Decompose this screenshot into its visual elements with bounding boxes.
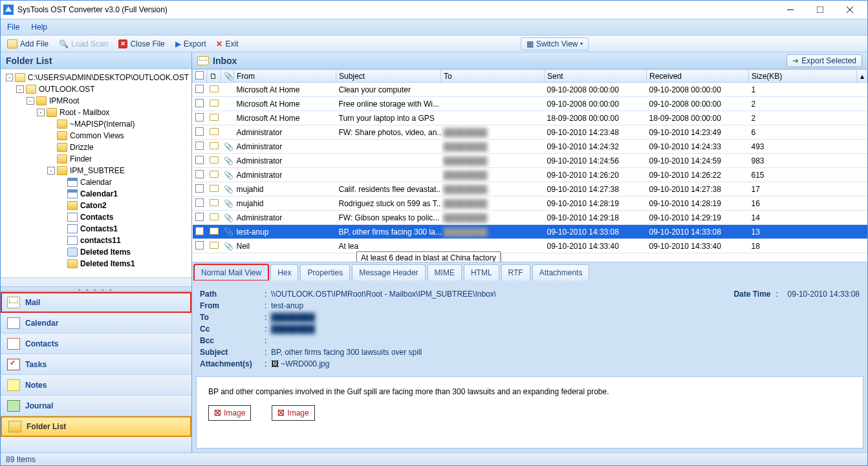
tab-rtf[interactable]: RTF xyxy=(501,264,530,281)
envelope-icon xyxy=(210,85,219,92)
col-sent[interactable]: Sent xyxy=(545,70,647,83)
load-scan-button[interactable]: 🔍Load Scan xyxy=(56,38,111,50)
nav-calendar[interactable]: Calendar xyxy=(1,313,191,334)
tree-node[interactable]: Calendar1 xyxy=(1,188,191,200)
row-checkbox[interactable] xyxy=(195,241,204,249)
cell-sent: 09-10-2010 14:26:20 xyxy=(545,168,647,182)
row-checkbox[interactable] xyxy=(195,227,204,235)
tree-label: Finder xyxy=(70,154,92,164)
expand-icon[interactable]: - xyxy=(47,167,55,175)
menu-help[interactable]: Help xyxy=(31,23,47,32)
scroll-up-icon[interactable]: ▴ xyxy=(857,70,867,83)
mail-row[interactable]: Microsoft At HomeFree online storage wit… xyxy=(193,97,867,111)
exit-button[interactable]: ✕Exit xyxy=(213,38,241,50)
tree-node[interactable]: Drizzle xyxy=(1,142,191,153)
col-size[interactable]: Size(KB) xyxy=(749,70,857,83)
mail-row[interactable]: 📎Administrator████████09-10-2010 14:26:2… xyxy=(193,168,867,182)
mail-row[interactable]: 📎mujahidRodriguez stuck on 599 as T...██… xyxy=(193,196,867,211)
minimize-button[interactable] xyxy=(776,1,805,19)
tab-normal-mail-view[interactable]: Normal Mail View xyxy=(194,264,268,281)
col-received[interactable]: Received xyxy=(647,70,749,83)
col-icon[interactable]: 🗋 xyxy=(207,70,221,83)
add-file-button[interactable]: Add File xyxy=(5,38,51,50)
export-selected-button[interactable]: ➜Export Selected xyxy=(787,54,862,67)
tree-node[interactable]: Calendar xyxy=(1,176,191,188)
switch-view-button[interactable]: ▦Switch View▾ xyxy=(521,37,589,50)
mail-row[interactable]: 📎Administrator████████09-10-2010 14:24:5… xyxy=(193,154,867,168)
nav-contacts[interactable]: Contacts xyxy=(1,334,191,354)
tab-mime[interactable]: MIME xyxy=(428,264,462,281)
expand-icon[interactable]: - xyxy=(27,97,34,105)
cell-size: 13 xyxy=(749,225,857,239)
tree-node[interactable]: Deleted Items1 xyxy=(1,258,191,270)
tab-attachments[interactable]: Attachments xyxy=(532,264,590,281)
tab-message-header[interactable]: Message Header xyxy=(352,264,425,281)
tree-node[interactable]: Contacts xyxy=(1,211,191,223)
tree-node[interactable]: -IPMRoot xyxy=(1,95,191,107)
tree-node[interactable]: Deleted Items xyxy=(1,246,191,258)
tree-node[interactable]: -Root - Mailbox xyxy=(1,107,191,118)
nav-journal[interactable]: Journal xyxy=(1,396,191,416)
select-all-checkbox[interactable] xyxy=(195,71,204,79)
row-checkbox[interactable] xyxy=(195,127,204,136)
tree-node[interactable]: Finder xyxy=(1,153,191,165)
mail-grid[interactable]: 🗋 📎 From Subject To Sent Received Size(K… xyxy=(192,69,867,262)
cell-size: 2 xyxy=(749,111,857,125)
folder-tree[interactable]: -C:\USERS\ADMIN\DESKTOP\OUTLOOK.OST-OUTL… xyxy=(1,69,191,277)
row-checkbox[interactable] xyxy=(195,142,204,150)
cell-subject: Turn your laptop into a GPS xyxy=(336,111,441,125)
tree-label: Caton2 xyxy=(80,201,107,210)
mail-row[interactable]: 📎test-anupBP, other firms facing 300 la.… xyxy=(193,225,867,239)
tree-node[interactable]: Contacts1 xyxy=(1,223,191,235)
mail-row[interactable]: 📎mujahidCalif. residents flee devastat..… xyxy=(193,182,867,196)
row-checkbox[interactable] xyxy=(195,156,204,164)
expand-icon[interactable]: - xyxy=(6,74,14,81)
mail-row[interactable]: 📎AdministratorFW: Gibson speaks to polic… xyxy=(193,211,867,225)
mail-row[interactable]: 📎Administrator████████09-10-2010 14:24:3… xyxy=(193,140,867,154)
cell-sent: 09-10-2010 14:23:48 xyxy=(545,125,647,140)
menu-file[interactable]: File xyxy=(7,23,19,32)
tree-node[interactable]: -IPM_SUBTREE xyxy=(1,165,191,176)
col-to[interactable]: To xyxy=(441,70,545,83)
close-button[interactable] xyxy=(835,1,865,19)
nav-mail[interactable]: Mail xyxy=(1,292,191,313)
tab-hex[interactable]: Hex xyxy=(270,264,298,281)
row-checkbox[interactable] xyxy=(195,213,204,221)
tab-properties[interactable]: Properties xyxy=(300,264,350,281)
row-checkbox[interactable] xyxy=(195,99,204,107)
row-checkbox[interactable] xyxy=(195,85,204,93)
mail-row[interactable]: 📎NeilAt lea09-10-2010 14:33:4009-10-2010… xyxy=(193,239,867,253)
expand-icon[interactable]: - xyxy=(16,85,24,93)
cell-received: 09-10-2010 14:27:38 xyxy=(647,182,749,196)
nav-folder-list[interactable]: Folder List xyxy=(1,416,191,437)
tab-html[interactable]: HTML xyxy=(464,264,499,281)
row-checkbox[interactable] xyxy=(195,170,204,178)
tree-node[interactable]: Caton2 xyxy=(1,200,191,211)
mail-row[interactable]: AdministratorFW: Share photos, video, an… xyxy=(193,125,867,140)
tree-scrollbar[interactable] xyxy=(1,277,191,286)
cell-size: 14 xyxy=(749,211,857,225)
mail-row[interactable]: Microsoft At HomeTurn your laptop into a… xyxy=(193,111,867,125)
nav-notes[interactable]: Notes xyxy=(1,375,191,396)
mail-body[interactable]: BP and other companies involved in the G… xyxy=(196,376,863,449)
tree-node[interactable]: ~MAPISP(Internal) xyxy=(1,118,191,130)
tree-node[interactable]: -C:\USERS\ADMIN\DESKTOP\OUTLOOK.OST xyxy=(1,72,191,83)
col-subject[interactable]: Subject xyxy=(336,70,441,83)
col-from[interactable]: From xyxy=(234,70,336,83)
splitter[interactable]: ▴ ▴ ▴ ▴ ▴ xyxy=(1,286,191,291)
tree-node[interactable]: -OUTLOOK.OST xyxy=(1,83,191,95)
tree-node[interactable]: contacts11 xyxy=(1,235,191,246)
row-checkbox[interactable] xyxy=(195,198,204,207)
row-checkbox[interactable] xyxy=(195,113,204,122)
nav-label: Tasks xyxy=(25,360,47,369)
nav-tasks[interactable]: Tasks xyxy=(1,354,191,375)
cell-from: Microsoft At Home xyxy=(234,97,336,111)
maximize-button[interactable] xyxy=(805,1,835,19)
expand-icon[interactable]: - xyxy=(37,109,45,116)
export-button[interactable]: ▶Export xyxy=(173,38,209,50)
close-file-button[interactable]: ✕Close File xyxy=(116,38,167,50)
tree-node[interactable]: Common Views xyxy=(1,130,191,142)
col-attachment[interactable]: 📎 xyxy=(221,70,234,83)
row-checkbox[interactable] xyxy=(195,184,204,193)
mail-row[interactable]: Microsoft At HomeClean your computer09-1… xyxy=(193,83,867,97)
